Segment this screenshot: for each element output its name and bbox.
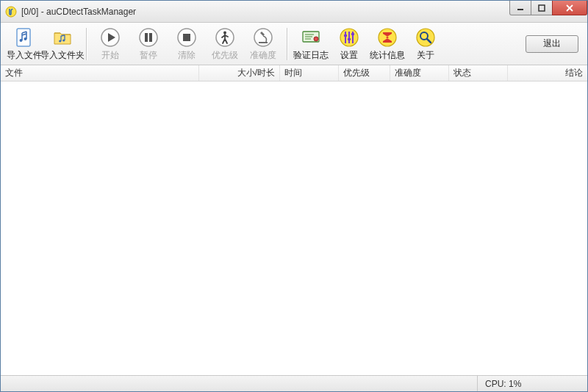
svg-rect-5 [17, 29, 30, 46]
priority-button[interactable]: 优先级 [206, 25, 244, 63]
settings-button[interactable]: 设置 [330, 25, 368, 63]
svg-point-6 [20, 39, 23, 42]
toolbar: 导入文件 导入文件夹 [1, 23, 587, 65]
pause-icon [137, 26, 159, 48]
pause-button[interactable]: 暂停 [129, 25, 168, 63]
close-icon [565, 4, 574, 12]
start-button[interactable]: 开始 [91, 25, 129, 63]
app-icon [5, 6, 17, 18]
accuracy-button[interactable]: 准确度 [244, 25, 282, 63]
minimize-button[interactable] [509, 1, 531, 15]
about-button[interactable]: 关于 [406, 25, 445, 63]
close-button[interactable] [552, 1, 587, 15]
titlebar: [0/0] - auCDtectTaskManager [1, 1, 587, 23]
import-folder-button[interactable]: 导入文件夹 [43, 25, 82, 63]
magnifier-icon [415, 26, 437, 48]
stats-button[interactable]: 统计信息 [368, 25, 406, 63]
person-walk-icon [214, 26, 236, 48]
svg-rect-31 [348, 38, 351, 40]
toolbar-separator [287, 28, 287, 60]
folder-music-icon [51, 26, 74, 48]
svg-rect-13 [145, 33, 148, 42]
column-size-duration[interactable]: 大小/时长 [199, 65, 280, 81]
column-priority[interactable]: 优先级 [339, 65, 390, 81]
statusbar: CPU: 1% [1, 375, 587, 391]
stop-icon [176, 26, 198, 48]
microscope-icon [252, 26, 274, 48]
svg-point-8 [59, 40, 61, 42]
import-file-button[interactable]: 导入文件 [5, 25, 43, 63]
svg-point-7 [24, 37, 27, 40]
svg-point-25 [314, 37, 318, 41]
toolbar-separator [86, 28, 87, 60]
svg-point-9 [62, 39, 65, 41]
column-accuracy[interactable]: 准确度 [390, 65, 449, 81]
play-icon [99, 26, 121, 48]
svg-point-34 [417, 29, 434, 46]
maximize-button[interactable] [531, 1, 553, 15]
app-window: [0/0] - auCDtectTaskManager [0, 0, 588, 392]
svg-point-19 [254, 29, 272, 46]
sliders-icon [338, 26, 360, 48]
list-body[interactable] [1, 81, 587, 375]
svg-rect-1 [517, 9, 523, 10]
column-result[interactable]: 结论 [508, 65, 587, 81]
column-time[interactable]: 时间 [280, 65, 339, 81]
file-music-icon [13, 26, 35, 48]
status-cpu: CPU: 1% [477, 376, 587, 391]
clear-button[interactable]: 清除 [168, 25, 206, 63]
exit-button[interactable]: 退出 [526, 35, 578, 53]
column-status[interactable]: 状态 [449, 65, 508, 81]
svg-rect-30 [344, 35, 347, 37]
svg-rect-14 [149, 33, 152, 42]
window-controls [510, 1, 587, 15]
window-title: [0/0] - auCDtectTaskManager [21, 7, 136, 17]
svg-rect-2 [539, 5, 545, 11]
maximize-icon [538, 4, 545, 12]
svg-rect-16 [183, 34, 190, 41]
verify-log-button[interactable]: 验证日志 [292, 25, 330, 63]
svg-rect-32 [351, 33, 354, 35]
minimize-icon [517, 4, 524, 12]
certificate-icon [300, 26, 322, 48]
svg-point-12 [140, 29, 157, 46]
list-header: 文件 大小/时长 时间 优先级 准确度 状态 结论 [1, 65, 587, 81]
svg-rect-20 [259, 42, 268, 43]
sigma-icon [376, 26, 398, 48]
column-file[interactable]: 文件 [1, 65, 199, 81]
